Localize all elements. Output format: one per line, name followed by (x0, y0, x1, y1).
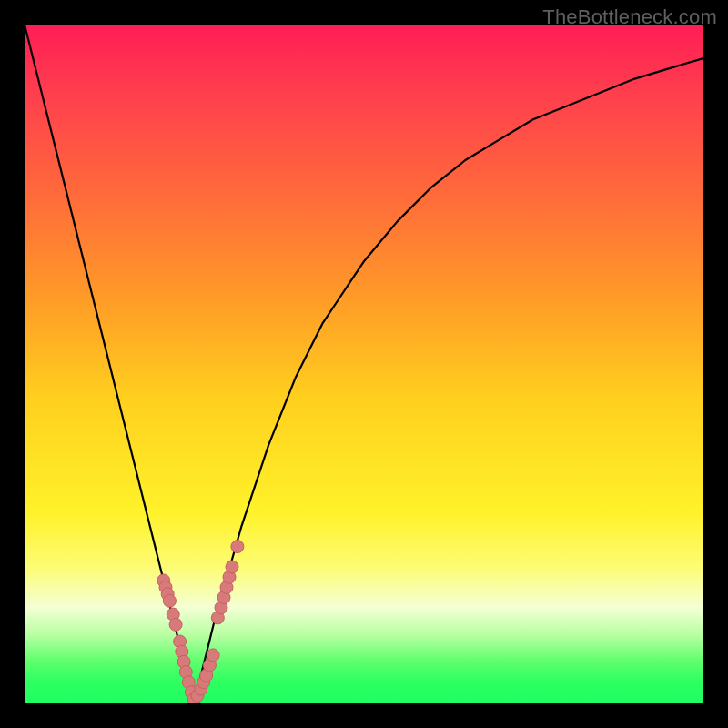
data-marker (231, 541, 244, 553)
data-marker (207, 649, 219, 662)
data-marker (169, 618, 182, 631)
data-marker (163, 594, 176, 607)
chart-frame: TheBottleneck.com (0, 0, 728, 728)
bottleneck-curve (25, 25, 703, 703)
curve-layer (25, 25, 703, 703)
plot-area (25, 25, 703, 703)
data-marker (226, 561, 238, 573)
